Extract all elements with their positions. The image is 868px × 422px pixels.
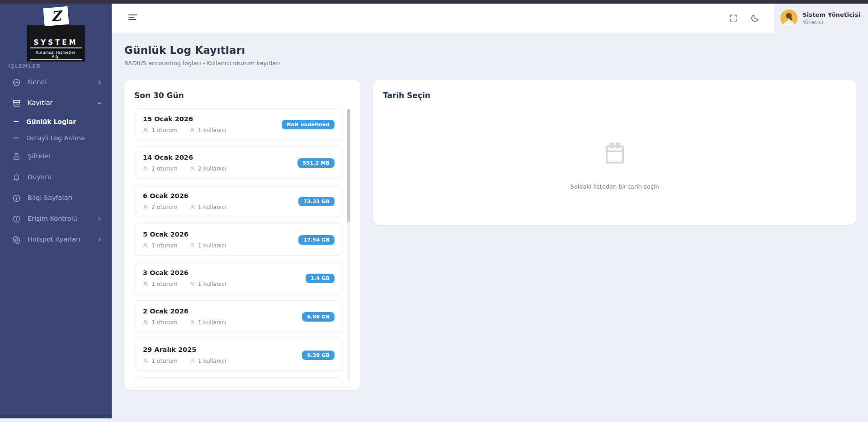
user-count: 2 kullanıcı [198, 165, 226, 172]
users-icon [143, 242, 149, 248]
log-list-item[interactable]: 5 Ocak 2026 1 oturum 1 kullanıcı 17.54 G… [134, 223, 343, 256]
data-size-badge: 9.39 GB [302, 351, 335, 360]
log-date: 29 Aralık 2025 [143, 346, 226, 353]
log-list-item[interactable]: 6 Ocak 2026 2 oturum 1 kullanıcı 73.33 G… [134, 185, 343, 217]
sidebar-item-label: Erişim Kontrolü [28, 215, 77, 223]
log-list-title: Son 30 Gün [134, 91, 350, 100]
avatar [780, 9, 797, 27]
user-icon [189, 242, 195, 248]
session-count: 1 oturum [151, 357, 178, 364]
dash-icon [14, 121, 19, 123]
moon-icon[interactable] [746, 9, 764, 27]
page-title: Günlük Log Kayıtları [124, 44, 856, 56]
data-size-badge: 1.4 GB [306, 274, 335, 283]
chevron-right-icon [96, 237, 103, 243]
data-size-badge: 17.54 GB [298, 235, 335, 245]
sidebar-item-label: Hotspot Ayarları [28, 236, 80, 243]
user-icon [189, 204, 195, 210]
user-icon [189, 358, 195, 364]
detail-panel-title: Tarih Seçin [383, 91, 846, 100]
sidebar-subitem-gunluk-loglar[interactable]: Günlük Loglar [0, 114, 112, 130]
log-list-item[interactable]: 2 Ocak 2026 1 oturum 1 kullanıcı 6.86 GB [134, 300, 343, 332]
log-date: 3 Ocak 2026 [143, 269, 226, 276]
sidebar-item-hotspot-ayarlari[interactable]: Hotspot Ayarları [0, 229, 112, 250]
sidebar-section-label: İŞLEMLER [8, 63, 112, 69]
log-date: 6 Ocak 2026 [143, 192, 226, 199]
log-list-viewport: 15 Ocak 2026 1 oturum 1 kullanıcı NaN un… [134, 108, 350, 383]
logo-z-mark: Z [43, 6, 69, 27]
sidebar-item-genel[interactable]: Genel [0, 72, 112, 93]
sidebar: Z SYSTEM Kurumsal Hizmetler A.Ş. İŞLEMLE… [0, 4, 112, 418]
menu-icon[interactable] [128, 13, 138, 23]
calendar-icon [602, 140, 628, 166]
sidebar-item-bilgi-sayfalari[interactable]: Bilgi Sayfaları [0, 188, 112, 209]
data-size-badge: NaN undefined [282, 120, 335, 129]
users-icon [143, 166, 149, 171]
sidebar-item-label: Günlük Loglar [26, 118, 76, 125]
lock-icon [12, 152, 21, 161]
log-list-item[interactable]: 29 Aralık 2025 1 oturum 1 kullanıcı 9.39… [134, 339, 343, 371]
user-count: 1 kullanıcı [198, 357, 226, 364]
sidebar-item-label: Kayıtlar [28, 99, 52, 107]
date-detail-card: Tarih Seçin Soldaki listeden bir tarih s… [373, 80, 856, 225]
fullscreen-icon[interactable] [724, 9, 742, 27]
user-count: 1 kullanıcı [198, 127, 226, 133]
users-icon [143, 281, 149, 287]
log-date: 15 Ocak 2026 [143, 115, 226, 123]
user-role: Yönetici [802, 19, 860, 25]
archive-icon [12, 99, 21, 108]
data-size-badge: 73.33 GB [298, 197, 335, 206]
log-date: 2 Ocak 2026 [143, 308, 226, 315]
sidebar-item-erisim-kontrolu[interactable]: Erişim Kontrolü [0, 209, 112, 229]
log-date: 14 Ocak 2026 [143, 154, 226, 161]
chevron-right-icon [96, 216, 103, 222]
log-list-item[interactable]: 3 Ocak 2026 1 oturum 1 kullanıcı 1.4 GB [134, 262, 343, 294]
session-count: 1 oturum [151, 242, 178, 249]
user-icon [189, 319, 195, 325]
gear-icon [12, 235, 21, 244]
chevron-right-icon [96, 79, 103, 85]
user-menu[interactable]: Sistem Yöneticisi Yönetici [774, 4, 868, 33]
users-icon [143, 358, 149, 364]
logo-tagline: Kurumsal Hizmetler A.Ş. [30, 50, 82, 60]
scrollbar-thumb[interactable] [347, 109, 350, 222]
info-icon [12, 194, 21, 203]
dash-icon [14, 138, 19, 139]
log-list-item[interactable]: 15 Ocak 2026 1 oturum 1 kullanıcı NaN un… [134, 108, 343, 140]
sidebar-item-sifreler[interactable]: Şifreler [0, 146, 112, 167]
log-list-item[interactable]: 27 Aralık 2025 [134, 377, 343, 383]
sidebar-subitem-detayli-log-arama[interactable]: Detaylı Log Arama [0, 130, 112, 146]
session-count: 1 oturum [151, 127, 178, 133]
data-size-badge: 6.86 GB [302, 312, 335, 322]
bell-icon [12, 173, 21, 182]
data-size-badge: 551.2 MB [297, 158, 335, 168]
session-count: 1 oturum [151, 280, 178, 287]
users-icon [143, 319, 149, 325]
empty-state-message: Soldaki listeden bir tarih seçin [570, 183, 659, 190]
user-count: 1 kullanıcı [198, 204, 226, 210]
main-content: Günlük Log Kayıtları RADIUS accounting l… [112, 33, 868, 422]
log-list-item[interactable]: 14 Ocak 2026 2 oturum 2 kullanıcı 551.2 … [134, 147, 343, 179]
user-icon [189, 166, 195, 171]
gauge-icon [12, 78, 21, 87]
logo-brand-text: SYSTEM [30, 38, 82, 48]
shield-icon [12, 214, 21, 223]
user-icon [189, 127, 195, 133]
page-subtitle: RADIUS accounting logları - Kullanıcı ot… [124, 60, 856, 66]
chevron-down-icon [96, 100, 103, 106]
log-list-card: Son 30 Gün 15 Ocak 2026 1 oturum 1 kulla… [124, 80, 360, 390]
sidebar-item-kayitlar[interactable]: Kayıtlar [0, 93, 112, 114]
sidebar-item-label: Duyuru [28, 173, 52, 181]
sidebar-item-label: Şifreler [28, 152, 51, 160]
brand-logo[interactable]: Z SYSTEM Kurumsal Hizmetler A.Ş. [0, 8, 112, 50]
user-count: 1 kullanıcı [198, 319, 226, 326]
topbar: Sistem Yöneticisi Yönetici [112, 4, 868, 33]
user-count: 1 kullanıcı [198, 242, 226, 249]
users-icon [143, 204, 149, 210]
sidebar-bottom-strip [0, 415, 112, 418]
log-date: 5 Ocak 2026 [143, 231, 226, 238]
sidebar-item-label: Bilgi Sayfaları [28, 194, 72, 202]
sidebar-item-label: Genel [28, 78, 47, 86]
sidebar-item-duyuru[interactable]: Duyuru [0, 167, 112, 188]
window-top-strip [0, 0, 868, 4]
